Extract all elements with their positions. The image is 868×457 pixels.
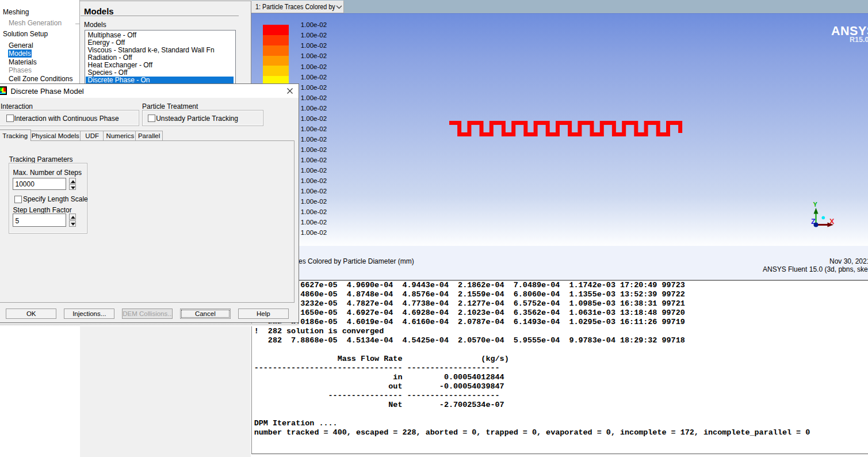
svg-text:X: X: [829, 218, 835, 226]
svg-text:Y: Y: [813, 201, 818, 208]
